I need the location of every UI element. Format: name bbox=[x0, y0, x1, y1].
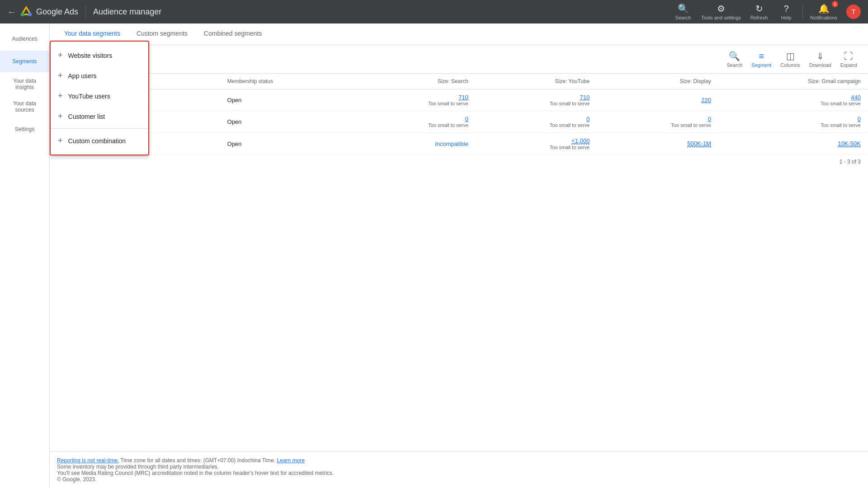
sidebar-item-insights[interactable]: Your data insights bbox=[2, 73, 47, 95]
segment-toolbar-label: Segment bbox=[751, 62, 771, 68]
expand-toolbar-button[interactable]: ⛶ Expand bbox=[837, 49, 861, 70]
size-search-value-0[interactable]: 710 bbox=[361, 94, 468, 101]
sidebar-label-settings: Settings bbox=[15, 126, 34, 132]
cell-size-gmail-0: 440 Too small to serve bbox=[718, 89, 868, 111]
help-button[interactable]: ? Help bbox=[774, 0, 799, 23]
nav-actions: 🔍 Search ⚙ Tools and settings ↻ Refresh … bbox=[670, 0, 861, 23]
size-display-sub-1: Too small to serve bbox=[604, 122, 711, 128]
inventory-text: Some inventory may be provided through t… bbox=[57, 464, 861, 470]
expand-toolbar-label: Expand bbox=[840, 62, 857, 68]
cell-size-youtube-0: 710 Too small to serve bbox=[476, 89, 597, 111]
sidebar-item-segments[interactable]: Segments bbox=[2, 51, 47, 72]
cell-size-display-2: 500K-1M bbox=[597, 133, 718, 155]
tools-settings-button[interactable]: ⚙ Tools and settings bbox=[698, 0, 745, 23]
dropdown-item-label-youtube-users: YouTube users bbox=[68, 93, 110, 100]
columns-icon: ◫ bbox=[786, 51, 795, 61]
refresh-icon: ↻ bbox=[755, 3, 763, 14]
cell-membership-0: Open bbox=[220, 89, 354, 111]
tools-label: Tools and settings bbox=[701, 15, 741, 20]
size-search-value-1[interactable]: 0 bbox=[361, 116, 468, 122]
tab-label-custom: Custom segments bbox=[137, 30, 188, 37]
dropdown-item-customer-list[interactable]: + Customer list bbox=[51, 106, 148, 127]
sidebar-item-wrapper-audiences: Audiences bbox=[0, 28, 49, 50]
col-header-size-search: Size: Search bbox=[354, 74, 476, 89]
dropdown-item-youtube-users[interactable]: + YouTube users bbox=[51, 86, 148, 106]
download-toolbar-label: Download bbox=[809, 62, 831, 68]
size-gmail-value-2[interactable]: 10K-50K bbox=[838, 140, 861, 147]
sidebar-label-segments: Segments bbox=[12, 58, 37, 65]
size-youtube-value-2[interactable]: <1,000 bbox=[571, 137, 590, 145]
table-toolbar: Enabled segments ▼ 🔍 Search ≡ Segment ◫ bbox=[50, 45, 868, 74]
search-toolbar-label: Search bbox=[726, 62, 742, 68]
cell-size-gmail-2: 10K-50K bbox=[718, 133, 868, 155]
tools-icon: ⚙ bbox=[717, 3, 725, 14]
dropdown-divider bbox=[51, 128, 148, 129]
dropdown-item-label-app-users: App users bbox=[68, 72, 97, 80]
refresh-button[interactable]: ↻ Refresh bbox=[746, 0, 772, 23]
nav-action-divider bbox=[802, 4, 803, 20]
segment-icon: ≡ bbox=[759, 51, 764, 61]
plus-icon-customer-list: + bbox=[58, 112, 63, 121]
top-navigation: ← Google Ads Audience manager 🔍 Search ⚙… bbox=[0, 0, 868, 23]
sidebar-label-audiences: Audiences bbox=[12, 36, 37, 42]
size-youtube-sub-0: Too small to serve bbox=[483, 101, 590, 106]
app-name: Google Ads bbox=[36, 7, 78, 17]
size-gmail-value-1[interactable]: 0 bbox=[726, 116, 861, 122]
back-button[interactable]: ← bbox=[7, 7, 16, 17]
sidebar-label-insights: Your data insights bbox=[5, 78, 44, 90]
content-area: Your data segments Custom segments Combi… bbox=[50, 23, 868, 488]
dropdown-item-website-visitors[interactable]: + Website visitors bbox=[51, 45, 148, 66]
tab-combined-segments[interactable]: Combined segments bbox=[197, 23, 269, 45]
table-area: Enabled segments ▼ 🔍 Search ≡ Segment ◫ bbox=[50, 45, 868, 451]
size-search-sub-0: Too small to serve bbox=[361, 101, 468, 106]
size-search-sub-1: Too small to serve bbox=[361, 122, 468, 128]
cell-membership-2: Open bbox=[220, 133, 354, 155]
help-icon: ? bbox=[784, 4, 789, 14]
size-youtube-sub-1: Too small to serve bbox=[483, 122, 590, 128]
columns-toolbar-button[interactable]: ◫ Columns bbox=[777, 49, 803, 70]
cell-size-gmail-1: 0 Too small to serve bbox=[718, 111, 868, 133]
nav-divider bbox=[85, 5, 86, 18]
mrc-text: You'll see Media Rating Council (MRC) ac… bbox=[57, 470, 861, 476]
sidebar-item-audiences[interactable]: Audiences bbox=[2, 28, 47, 50]
sidebar-item-wrapper-settings: Settings bbox=[0, 118, 49, 140]
segment-toolbar-button[interactable]: ≡ Segment bbox=[748, 49, 775, 70]
refresh-label: Refresh bbox=[750, 15, 768, 20]
sidebar-item-settings[interactable]: Settings bbox=[2, 118, 47, 140]
reporting-link[interactable]: Reporting is not real-time. bbox=[57, 457, 119, 464]
copyright-text: © Google, 2023. bbox=[57, 476, 861, 483]
sidebar: Audiences Segments Your data insights Yo… bbox=[0, 23, 50, 488]
size-display-value-0[interactable]: 220 bbox=[604, 97, 711, 103]
search-toolbar-icon: 🔍 bbox=[729, 51, 740, 61]
toolbar-actions: 🔍 Search ≡ Segment ◫ Columns ⇓ Download bbox=[723, 49, 861, 70]
col-header-size-display: Size: Display bbox=[597, 74, 718, 89]
tab-label-combined: Combined segments bbox=[204, 30, 262, 37]
google-ads-logo-icon bbox=[20, 5, 33, 18]
cell-size-youtube-1: 0 Too small to serve bbox=[476, 111, 597, 133]
svg-point-1 bbox=[28, 13, 32, 16]
search-nav-button[interactable]: 🔍 Search bbox=[670, 0, 696, 23]
user-avatar[interactable]: T bbox=[846, 5, 861, 19]
search-toolbar-button[interactable]: 🔍 Search bbox=[723, 49, 746, 70]
cell-size-search-1: 0 Too small to serve bbox=[354, 111, 476, 133]
plus-icon-custom-combination: + bbox=[58, 136, 63, 145]
expand-icon: ⛶ bbox=[844, 51, 853, 61]
dropdown-item-custom-combination[interactable]: + Custom combination bbox=[51, 131, 148, 151]
download-toolbar-button[interactable]: ⇓ Download bbox=[806, 49, 835, 70]
dropdown-item-app-users[interactable]: + App users bbox=[51, 66, 148, 86]
learn-more-link[interactable]: Learn more bbox=[277, 457, 305, 464]
sidebar-item-data-sources[interactable]: Your data sources bbox=[2, 96, 47, 117]
table-row: Website visitors Automatically created O… bbox=[50, 89, 868, 111]
notifications-button[interactable]: 🔔 1 Notifications bbox=[807, 0, 841, 23]
size-display-value-1[interactable]: 0 bbox=[604, 116, 711, 122]
cell-size-display-1: 0 Too small to serve bbox=[597, 111, 718, 133]
search-nav-label: Search bbox=[675, 15, 691, 20]
incompatible-label-2: Incompatible bbox=[435, 141, 468, 147]
sidebar-label-data-sources: Your data sources bbox=[5, 100, 44, 113]
size-youtube-value-1[interactable]: 0 bbox=[483, 116, 590, 122]
size-gmail-value-0[interactable]: 440 bbox=[726, 94, 861, 101]
size-display-value-2[interactable]: 500K-1M bbox=[687, 140, 711, 147]
plus-icon-website-visitors: + bbox=[58, 51, 63, 60]
size-youtube-value-0[interactable]: 710 bbox=[483, 94, 590, 101]
table-row: Similar segment Automatically created Op… bbox=[50, 133, 868, 155]
